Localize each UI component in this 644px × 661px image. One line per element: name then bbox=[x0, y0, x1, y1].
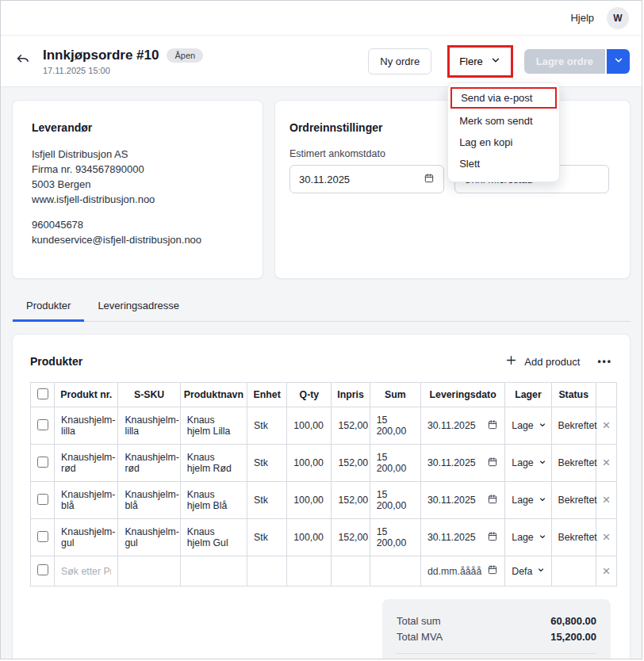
calendar-icon[interactable] bbox=[424, 173, 435, 186]
purchase-order-page: Hjelp W Innkjøpsordre #10 Åpen 17.11.202… bbox=[0, 0, 642, 659]
remove-row-button[interactable]: × bbox=[596, 556, 616, 586]
cell-lager[interactable]: Lage bbox=[505, 407, 551, 445]
select-all-checkbox[interactable] bbox=[37, 388, 48, 399]
cell-produktnavn: Knaus hjelm Blå bbox=[180, 482, 247, 519]
column-header: Produktnavn bbox=[180, 383, 247, 407]
cell-product-search[interactable] bbox=[55, 556, 118, 586]
cell-leveringsdato[interactable]: 30.11.2025 bbox=[420, 445, 504, 482]
total-row: Total sum60,800.00 bbox=[397, 615, 596, 627]
totals-box: Total sum60,800.00Total MVA15,200.00 Tot… bbox=[382, 599, 611, 659]
cell-leveringsdato[interactable]: dd.mm.åååå bbox=[420, 556, 504, 586]
calendar-icon[interactable] bbox=[487, 419, 498, 433]
cell-produktnavn: Knaus hjelm Lilla bbox=[180, 407, 247, 445]
remove-row-button[interactable]: × bbox=[596, 445, 616, 482]
add-product-button[interactable]: Add product bbox=[504, 353, 580, 369]
supplier-address-line: Firma nr. 934567890000 bbox=[32, 162, 243, 177]
cell-sum: 15 200,00 bbox=[370, 519, 420, 556]
products-section-title: Produkter bbox=[30, 355, 82, 368]
supplier-address-line: www.isfjell-distribusjon.noo bbox=[32, 192, 243, 207]
remove-row-button[interactable]: × bbox=[596, 519, 616, 556]
cell-qty: 100,00 bbox=[287, 519, 332, 556]
menu-item[interactable]: Slett bbox=[448, 153, 559, 174]
back-button[interactable] bbox=[15, 52, 32, 71]
lager-select[interactable]: Lage bbox=[512, 532, 544, 544]
menu-item[interactable]: Send via e-post bbox=[450, 87, 557, 109]
user-avatar[interactable]: W bbox=[607, 7, 629, 29]
calendar-icon[interactable] bbox=[487, 531, 498, 544]
table-row: Knaushjelm-lillaKnaushjelm-lillaKnaus hj… bbox=[31, 407, 617, 445]
calendar-icon[interactable] bbox=[487, 494, 498, 507]
estimated-arrival-date-input[interactable]: 30.11.2025 bbox=[289, 165, 444, 193]
status-badge: Åpen bbox=[167, 48, 203, 63]
cell-produkt-nr: Knaushjelm-blå bbox=[55, 482, 118, 519]
row-checkbox[interactable] bbox=[37, 531, 48, 542]
cell-inpris: 152,00 bbox=[332, 482, 370, 519]
cell-status: Bekreftet bbox=[551, 445, 596, 482]
cell-s-sku: Knaushjelm-gul bbox=[118, 519, 180, 556]
row-checkbox-cell bbox=[31, 445, 55, 482]
lager-select[interactable]: Lage bbox=[512, 495, 544, 506]
save-options-button[interactable] bbox=[607, 49, 630, 74]
calendar-icon[interactable] bbox=[487, 457, 498, 470]
save-order-button[interactable]: Lagre ordre bbox=[524, 49, 605, 74]
estimated-arrival-value: 30.11.2025 bbox=[299, 174, 350, 185]
chevron-down-icon bbox=[538, 532, 547, 544]
column-header: Leveringsdato bbox=[420, 383, 504, 407]
title-block: Innkjøpsordre #10 Åpen 17.11.2025 15:00 bbox=[43, 48, 203, 75]
order-timestamp: 17.11.2025 15:00 bbox=[43, 66, 203, 75]
total-row: Total MVA15,200.00 bbox=[397, 631, 596, 643]
delivery-date-value: 30.11.2025 bbox=[427, 457, 476, 468]
table-row: Knaushjelm-rødKnaushjelm-rødKnaus hjelm … bbox=[31, 445, 617, 482]
remove-row-button[interactable]: × bbox=[596, 407, 616, 445]
supplier-contact: 960045678kundeservice@isfjell-distribusj… bbox=[32, 217, 243, 247]
product-search-input[interactable] bbox=[61, 566, 111, 577]
cell-lager[interactable]: Defa bbox=[505, 556, 551, 586]
cell-leveringsdato[interactable]: 30.11.2025 bbox=[420, 482, 504, 519]
delivery-date-value: 30.11.2025 bbox=[427, 532, 476, 543]
cell-lager[interactable]: Lage bbox=[505, 482, 551, 519]
row-checkbox[interactable] bbox=[37, 564, 48, 575]
supplier-contact-line: 960045678 bbox=[32, 217, 243, 232]
menu-item[interactable]: Merk som sendt bbox=[448, 110, 559, 132]
total-value: 60,800.00 bbox=[550, 615, 596, 627]
cell-lager[interactable]: Lage bbox=[505, 519, 551, 556]
cell-leveringsdato[interactable]: 30.11.2025 bbox=[420, 519, 504, 556]
more-menu: Send via e-postMerk som sendtLag en kopi… bbox=[447, 82, 560, 182]
tab-leveringsadresse[interactable]: Leveringsadresse bbox=[84, 293, 193, 322]
cell-status: Bekreftet bbox=[551, 482, 596, 519]
more-button[interactable]: Flere bbox=[451, 49, 509, 74]
cell-sum: 15 200,00 bbox=[370, 407, 420, 445]
remove-row-button[interactable]: × bbox=[596, 482, 616, 519]
menu-item[interactable]: Lag en kopi bbox=[448, 132, 559, 153]
lager-value: Lage bbox=[512, 457, 533, 468]
table-options-button[interactable]: ••• bbox=[597, 356, 612, 367]
chevron-down-icon bbox=[536, 565, 546, 577]
lager-select[interactable]: Defa bbox=[512, 565, 544, 577]
empty-cell bbox=[247, 556, 287, 586]
row-checkbox[interactable] bbox=[37, 419, 48, 430]
column-header: Q-ty bbox=[287, 383, 332, 407]
column-header: S-SKU bbox=[118, 383, 180, 407]
lager-select[interactable]: Lage bbox=[512, 457, 544, 469]
column-header: Lager bbox=[505, 383, 551, 407]
new-order-button[interactable]: Ny ordre bbox=[368, 48, 431, 75]
row-checkbox[interactable] bbox=[37, 457, 48, 468]
table-header-row: Produkt nr.S-SKUProduktnavnEnhetQ-tyInpr… bbox=[31, 383, 617, 407]
cell-qty: 100,00 bbox=[287, 407, 332, 445]
column-header: Sum bbox=[370, 383, 420, 407]
row-checkbox[interactable] bbox=[37, 494, 48, 505]
cell-produktnavn: Knaus hjelm Gul bbox=[180, 519, 247, 556]
cell-leveringsdato[interactable]: 30.11.2025 bbox=[420, 407, 504, 445]
chevron-down-icon bbox=[490, 55, 501, 68]
lager-select[interactable]: Lage bbox=[512, 420, 544, 432]
table-row: Knaushjelm-gulKnaushjelm-gulKnaus hjelm … bbox=[31, 519, 617, 556]
help-link[interactable]: Hjelp bbox=[570, 12, 594, 24]
row-checkbox-cell bbox=[31, 407, 55, 445]
cell-enhet: Stk bbox=[247, 482, 287, 519]
cell-lager[interactable]: Lage bbox=[505, 445, 551, 482]
tab-produkter[interactable]: Produkter bbox=[13, 293, 84, 322]
cell-inpris: 152,00 bbox=[332, 519, 370, 556]
calendar-icon[interactable] bbox=[487, 564, 498, 578]
cell-enhet: Stk bbox=[247, 519, 287, 556]
total-label: Total MVA bbox=[397, 631, 443, 643]
